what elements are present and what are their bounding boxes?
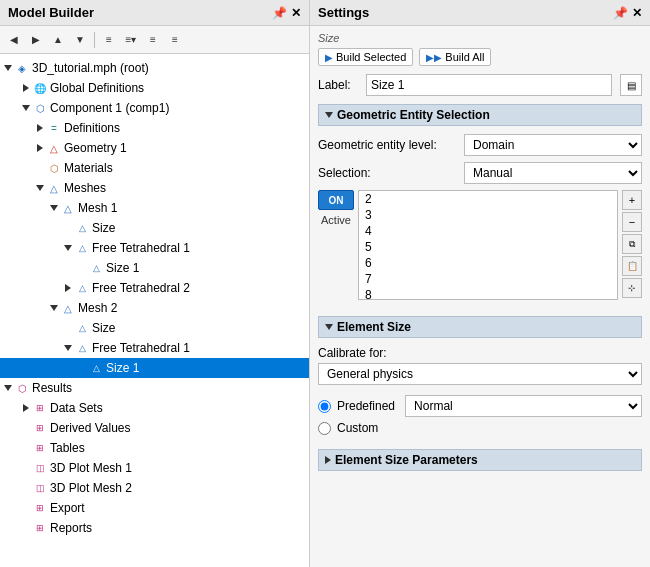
toggle-results[interactable]: [2, 382, 14, 394]
toggle-mesh1[interactable]: [48, 202, 60, 214]
up-button[interactable]: ▲: [48, 30, 68, 50]
settings-close-icon[interactable]: ✕: [632, 6, 642, 20]
back-button[interactable]: ◀: [4, 30, 24, 50]
entity-level-select[interactable]: Domain: [464, 134, 642, 156]
pin-icon[interactable]: 📌: [272, 6, 287, 20]
tree-item-freetet3[interactable]: △ Free Tetrahedral 1: [0, 338, 309, 358]
toggle-mesh2[interactable]: [48, 302, 60, 314]
toggle-root[interactable]: [2, 62, 14, 74]
toggle-freetet2[interactable]: [62, 282, 74, 294]
tree-label-meshes: Meshes: [64, 181, 106, 195]
list-remove-button[interactable]: −: [622, 212, 642, 232]
menu-btn-2[interactable]: ≡▾: [121, 30, 141, 50]
list-side-buttons: + − ⧉ 📋 ⊹: [622, 190, 642, 298]
tree-item-freetet2[interactable]: △ Free Tetrahedral 2: [0, 278, 309, 298]
build-selected-label: Build Selected: [336, 51, 406, 63]
tree-label-size1a: Size: [92, 221, 115, 235]
menu-btn-3[interactable]: ≡: [143, 30, 163, 50]
cube-icon: ◈: [14, 60, 30, 76]
tree-item-export[interactable]: ⊞ Export: [0, 498, 309, 518]
tree-item-derived[interactable]: ⊞ Derived Values: [0, 418, 309, 438]
toggle-datasets[interactable]: [20, 402, 32, 414]
tree-item-size1a[interactable]: △ Size: [0, 218, 309, 238]
list-box-item[interactable]: 3: [359, 207, 617, 223]
toggle-freetet3[interactable]: [62, 342, 74, 354]
element-size-header[interactable]: Element Size: [318, 316, 642, 338]
toggle-geom1[interactable]: [34, 142, 46, 154]
entity-level-label: Geometric entity level:: [318, 138, 458, 152]
tree-label-comp1: Component 1 (comp1): [50, 101, 169, 115]
tree-label-datasets: Data Sets: [50, 401, 103, 415]
custom-radio[interactable]: [318, 422, 331, 435]
list-select-button[interactable]: ⊹: [622, 278, 642, 298]
list-box-item[interactable]: 5: [359, 239, 617, 255]
model-builder-title: Model Builder: [8, 5, 94, 20]
list-paste-button[interactable]: 📋: [622, 256, 642, 276]
tree-label-reports: Reports: [50, 521, 92, 535]
tree-item-datasets[interactable]: ⊞ Data Sets: [0, 398, 309, 418]
tree-item-size2b[interactable]: △ Size 1: [0, 358, 309, 378]
toggle-meshes[interactable]: [34, 182, 46, 194]
tree-label-size2b: Size 1: [106, 361, 139, 375]
label-action-button[interactable]: ▤: [620, 74, 642, 96]
meshes-icon: △: [46, 180, 62, 196]
list-copy-button[interactable]: ⧉: [622, 234, 642, 254]
tree-item-geom1[interactable]: △ Geometry 1: [0, 138, 309, 158]
on-button[interactable]: ON: [318, 190, 354, 210]
tree-item-tables[interactable]: ⊞ Tables: [0, 438, 309, 458]
element-size-body: Calibrate for: General physics Predefine…: [318, 342, 642, 443]
tree-item-comp1[interactable]: ⬡ Component 1 (comp1): [0, 98, 309, 118]
tree-item-results[interactable]: ⬡ Results: [0, 378, 309, 398]
list-box-item[interactable]: 2: [359, 191, 617, 207]
geometric-entity-header[interactable]: Geometric Entity Selection: [318, 104, 642, 126]
tree-item-reports[interactable]: ⊞ Reports: [0, 518, 309, 538]
tree-item-plot3d2[interactable]: ◫ 3D Plot Mesh 2: [0, 478, 309, 498]
tree-item-size1b[interactable]: △ Size 1: [0, 258, 309, 278]
list-box-item[interactable]: 6: [359, 255, 617, 271]
list-box-item[interactable]: 4: [359, 223, 617, 239]
forward-button[interactable]: ▶: [26, 30, 46, 50]
element-size-params-header[interactable]: Element Size Parameters: [318, 449, 642, 471]
toggle-freetet1[interactable]: [62, 242, 74, 254]
selection-select[interactable]: Manual: [464, 162, 642, 184]
selection-label: Selection:: [318, 166, 458, 180]
entity-list-box[interactable]: 23456789: [358, 190, 618, 300]
close-icon[interactable]: ✕: [291, 6, 301, 20]
tree-item-defs[interactable]: = Definitions: [0, 118, 309, 138]
tree-item-global-defs[interactable]: 🌐 Global Definitions: [0, 78, 309, 98]
tree-label-plot3d2: 3D Plot Mesh 2: [50, 481, 132, 495]
datasets-icon: ⊞: [32, 400, 48, 416]
global-defs-icon: 🌐: [32, 80, 48, 96]
predefined-radio[interactable]: [318, 400, 331, 413]
menu-btn-1[interactable]: ≡: [99, 30, 119, 50]
predefined-row: Predefined Normal: [318, 395, 642, 417]
freetet3-icon: △: [74, 340, 90, 356]
tree-item-size2[interactable]: △ Size: [0, 318, 309, 338]
menu-btn-4[interactable]: ≡: [165, 30, 185, 50]
toggle-comp1[interactable]: [20, 102, 32, 114]
down-button[interactable]: ▼: [70, 30, 90, 50]
freetet2-icon: △: [74, 280, 90, 296]
settings-header: Settings 📌 ✕: [310, 0, 650, 26]
tree-label-freetet1: Free Tetrahedral 1: [92, 241, 190, 255]
build-selected-button[interactable]: ▶ Build Selected: [318, 48, 413, 66]
list-box-item[interactable]: 7: [359, 271, 617, 287]
list-add-button[interactable]: +: [622, 190, 642, 210]
tree-item-materials[interactable]: ⬡ Materials: [0, 158, 309, 178]
list-box-item[interactable]: 8: [359, 287, 617, 300]
label-input[interactable]: [366, 74, 612, 96]
tree-item-root[interactable]: ◈ 3D_tutorial.mph (root): [0, 58, 309, 78]
predefined-select[interactable]: Normal: [405, 395, 642, 417]
settings-pin-icon[interactable]: 📌: [613, 6, 628, 20]
build-all-button[interactable]: ▶▶ Build All: [419, 48, 491, 66]
tree-item-freetet1[interactable]: △ Free Tetrahedral 1: [0, 238, 309, 258]
results-icon: ⬡: [14, 380, 30, 396]
tree-item-meshes[interactable]: △ Meshes: [0, 178, 309, 198]
tree-item-plot3d1[interactable]: ◫ 3D Plot Mesh 1: [0, 458, 309, 478]
calibrate-select[interactable]: General physics: [318, 363, 642, 385]
build-selected-icon: ▶: [325, 52, 333, 63]
toggle-defs[interactable]: [34, 122, 46, 134]
tree-item-mesh2[interactable]: △ Mesh 2: [0, 298, 309, 318]
toggle-global-defs[interactable]: [20, 82, 32, 94]
tree-item-mesh1[interactable]: △ Mesh 1: [0, 198, 309, 218]
